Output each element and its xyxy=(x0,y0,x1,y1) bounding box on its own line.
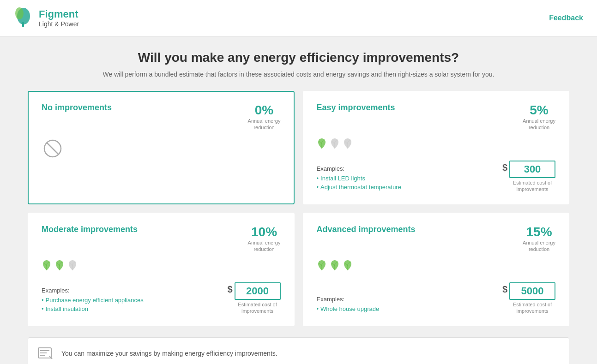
card-pct-label: Annual energyreduction xyxy=(523,118,555,131)
card-moderate-improvements[interactable]: Moderate improvements 10% Annual energyr… xyxy=(28,213,295,326)
example-item: Install insulation xyxy=(42,305,227,312)
cost-dollar-sign: $ xyxy=(227,284,232,295)
card-pct-block: 0% Annual energyreduction xyxy=(248,103,281,131)
cards-grid: No improvements 0% Annual energyreductio… xyxy=(28,91,569,326)
example-item: Purchase energy efficient appliances xyxy=(42,297,227,304)
card-pct: 10% xyxy=(248,225,281,239)
cost-area: $ Estimated cost ofimprovements xyxy=(502,282,555,315)
cost-input[interactable] xyxy=(509,161,555,178)
card-pct-block: 15% Annual energyreduction xyxy=(523,225,555,253)
leaves-row xyxy=(317,259,556,271)
card-header: No improvements 0% Annual energyreductio… xyxy=(42,103,281,131)
cost-input-label: Estimated cost ofimprovements xyxy=(513,179,552,193)
leaf-icon xyxy=(343,259,353,271)
example-item: Whole house upgrade xyxy=(317,305,502,312)
info-icon xyxy=(37,345,54,362)
leaf-icon xyxy=(42,259,52,271)
card-title: No improvements xyxy=(42,103,112,113)
card-header: Advanced improvements 15% Annual energyr… xyxy=(317,225,556,253)
card-header: Moderate improvements 10% Annual energyr… xyxy=(42,225,281,253)
card-examples: Examples:Install LED lightsAdjust thermo… xyxy=(317,165,502,192)
cost-input-wrapper: Estimated cost ofimprovements xyxy=(509,282,555,315)
leaf-icon xyxy=(67,259,78,271)
card-pct: 0% xyxy=(248,103,281,118)
card-body: Examples:Install LED lightsAdjust thermo… xyxy=(317,156,556,193)
brand-text: Figment Light & Power xyxy=(39,8,79,28)
no-improvements-icon xyxy=(42,137,64,160)
info-bar-text: You can maximize your savings by making … xyxy=(61,350,277,357)
svg-line-4 xyxy=(47,143,59,155)
leaf-icon xyxy=(317,259,327,271)
app-header: Figment Light & Power Feedback xyxy=(0,0,597,36)
card-pct-label: Annual energyreduction xyxy=(248,239,281,253)
example-item: Adjust thermostat temperature xyxy=(317,184,502,191)
card-body: Examples:Whole house upgrade $ Estimated… xyxy=(317,278,556,315)
cost-input-wrapper: Estimated cost ofimprovements xyxy=(235,282,281,315)
svg-point-1 xyxy=(15,7,24,19)
card-body: Examples:Purchase energy efficient appli… xyxy=(42,278,281,315)
leaf-icon xyxy=(317,137,327,149)
feedback-link[interactable]: Feedback xyxy=(549,14,583,22)
leaf-icon xyxy=(54,259,65,271)
cost-area: $ Estimated cost ofimprovements xyxy=(502,161,555,193)
card-title: Easy improvements xyxy=(317,103,395,113)
leaf-icon xyxy=(343,137,353,149)
cost-input-wrapper: Estimated cost ofimprovements xyxy=(509,161,555,193)
page-title: Will you make any energy efficiency impr… xyxy=(28,50,569,65)
leaf-icon xyxy=(330,137,340,149)
leaves-row xyxy=(317,137,556,149)
cost-dollar-sign: $ xyxy=(502,284,507,295)
card-examples: Examples:Purchase energy efficient appli… xyxy=(42,287,227,314)
examples-label: Examples: xyxy=(317,165,502,172)
card-title: Moderate improvements xyxy=(42,225,138,234)
brand-logo-icon xyxy=(14,6,33,30)
cost-area: $ Estimated cost ofimprovements xyxy=(227,282,280,315)
examples-label: Examples: xyxy=(42,287,227,294)
card-pct-label: Annual energyreduction xyxy=(523,239,555,253)
card-pct: 5% xyxy=(523,103,555,118)
card-pct-block: 5% Annual energyreduction xyxy=(523,103,555,131)
card-examples: Examples:Whole house upgrade xyxy=(317,296,502,314)
page-subtitle: We will perform a bundled estimate that … xyxy=(28,71,569,78)
info-bar: You can maximize your savings by making … xyxy=(28,337,569,364)
svg-rect-2 xyxy=(22,22,24,27)
card-title: Advanced improvements xyxy=(317,225,416,234)
card-pct: 15% xyxy=(523,225,555,239)
main-content: Will you make any energy efficiency impr… xyxy=(0,36,597,364)
brand-sub: Light & Power xyxy=(39,20,79,28)
card-advanced-improvements[interactable]: Advanced improvements 15% Annual energyr… xyxy=(303,213,570,326)
no-improve-icon-wrapper xyxy=(42,137,281,161)
examples-label: Examples: xyxy=(317,296,502,303)
card-pct-block: 10% Annual energyreduction xyxy=(248,225,281,253)
cost-dollar-sign: $ xyxy=(502,162,507,173)
cost-input[interactable] xyxy=(509,282,555,300)
cost-input-label: Estimated cost ofimprovements xyxy=(513,301,552,315)
card-pct-label: Annual energyreduction xyxy=(248,118,281,131)
cost-input[interactable] xyxy=(235,282,281,300)
card-header: Easy improvements 5% Annual energyreduct… xyxy=(317,103,556,131)
example-item: Install LED lights xyxy=(317,175,502,182)
card-easy-improvements[interactable]: Easy improvements 5% Annual energyreduct… xyxy=(303,91,570,204)
logo-area: Figment Light & Power xyxy=(14,6,79,30)
leaves-row xyxy=(42,259,281,271)
leaf-icon xyxy=(330,259,340,271)
cost-input-label: Estimated cost ofimprovements xyxy=(238,301,277,315)
brand-name: Figment xyxy=(39,8,79,20)
card-no-improvements[interactable]: No improvements 0% Annual energyreductio… xyxy=(28,91,295,204)
